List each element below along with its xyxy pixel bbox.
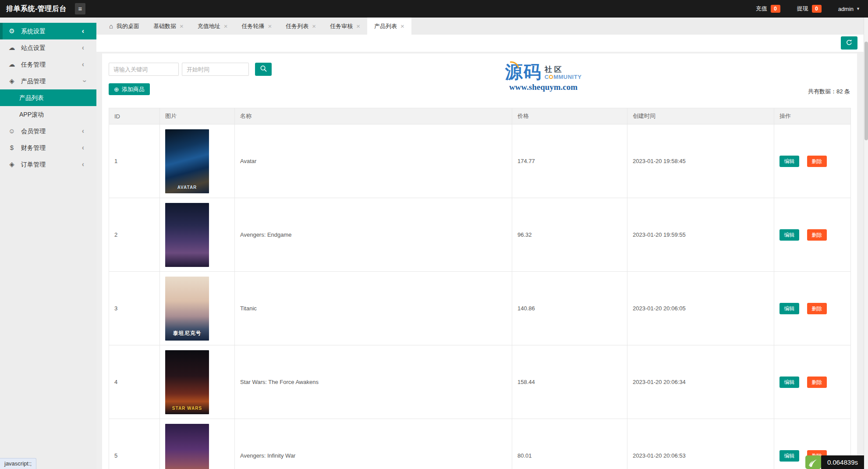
sidebar-item[interactable]: ☁ 站点设置 ‹ bbox=[0, 39, 96, 56]
delete-button[interactable]: 删除 bbox=[807, 156, 827, 167]
logo-cn-text: 源码 bbox=[505, 63, 542, 81]
cell-image: STAR WARS bbox=[160, 345, 235, 419]
tab-bar: ⌂ 我的桌面 × ⌂ 基础数据 × ⌂ 充值地址 × ⌂ 任务轮播 × ⌂ 任务… bbox=[96, 18, 868, 35]
search-icon bbox=[260, 65, 267, 74]
close-icon[interactable]: × bbox=[180, 22, 184, 30]
tab-label: 我的桌面 bbox=[117, 22, 139, 30]
tab-label: 基础数据 bbox=[153, 22, 176, 30]
product-poster: 泰坦尼克号 bbox=[165, 277, 209, 341]
sidebar-item[interactable]: 产品列表 bbox=[0, 89, 96, 106]
cell-name: Star Wars: The Force Awakens bbox=[235, 345, 512, 419]
table-row: 2 Avengers: Endgame 96.32 2023-01-20 19:… bbox=[109, 198, 851, 272]
table-row: 4 STAR WARS Star Wars: The Force Awakens… bbox=[109, 345, 851, 419]
tab[interactable]: ⌂ 任务审核 × bbox=[323, 18, 367, 35]
sidebar-item-icon: ◈ bbox=[7, 73, 17, 89]
cell-id: 3 bbox=[109, 272, 160, 345]
sidebar-item[interactable]: ◈ 产品管理 ‹ bbox=[0, 73, 96, 89]
delete-button[interactable]: 删除 bbox=[807, 377, 827, 388]
vertical-scrollbar[interactable] bbox=[864, 18, 868, 469]
tab[interactable]: ⌂ 基础数据 × bbox=[146, 18, 191, 35]
close-icon[interactable]: × bbox=[400, 22, 404, 30]
sidebar-item[interactable]: ☁ 任务管理 ‹ bbox=[0, 56, 96, 73]
edit-button[interactable]: 编辑 bbox=[779, 303, 799, 314]
search-button[interactable] bbox=[255, 63, 272, 76]
tab[interactable]: ⌂ 我的桌面 × bbox=[102, 18, 146, 35]
topbar-right: 充值 0 提现 0 admin ▼ bbox=[756, 0, 860, 18]
sidebar-item-icon: ☁ bbox=[7, 56, 17, 73]
tab-label: 充值地址 bbox=[198, 22, 220, 30]
hamburger-menu-icon[interactable]: ≡ bbox=[75, 3, 85, 14]
cell-actions: 编辑 删除 bbox=[774, 124, 851, 198]
logo-url: www.shequym.com bbox=[486, 82, 600, 92]
close-icon[interactable]: × bbox=[312, 22, 316, 30]
cell-actions: 编辑 删除 bbox=[774, 198, 851, 272]
cell-price: 140.86 bbox=[512, 272, 627, 345]
total-count-text: 共有数据：82 条 bbox=[808, 88, 850, 96]
add-product-label: 添加商品 bbox=[122, 85, 145, 93]
site-logo: 源码 社区 COMMUNITY www.shequym.com bbox=[486, 63, 600, 92]
recharge-link[interactable]: 充值 0 bbox=[756, 5, 780, 13]
sidebar-item[interactable]: ◈ 订单管理 ‹ bbox=[0, 156, 96, 173]
tab[interactable]: ⌂ 任务轮播 × bbox=[235, 18, 279, 35]
sidebar-item[interactable]: $ 财务管理 ‹ bbox=[0, 139, 96, 156]
link-status-tooltip: javascript:; bbox=[0, 458, 36, 469]
cell-name: Avengers: Infinity War bbox=[235, 419, 512, 469]
chevron-icon: ‹ bbox=[82, 56, 84, 73]
close-icon[interactable]: × bbox=[268, 22, 272, 30]
debug-trace-bar[interactable]: 0.064839s bbox=[805, 455, 864, 469]
col-header-price: 价格 bbox=[512, 108, 627, 124]
edit-button[interactable]: 编辑 bbox=[779, 377, 799, 388]
col-header-image: 图片 bbox=[160, 108, 235, 124]
tab[interactable]: ⌂ 任务列表 × bbox=[279, 18, 323, 35]
sidebar-item[interactable]: APP滚动 bbox=[0, 106, 96, 123]
logo-sub-text: 社区 bbox=[545, 66, 582, 74]
logo-community-text: COMMUNITY bbox=[545, 74, 582, 80]
sidebar-item-label: APP滚动 bbox=[0, 106, 96, 123]
cell-name: Titanic bbox=[235, 272, 512, 345]
sidebar-item[interactable]: ⚙ 系统设置 ‹ bbox=[0, 23, 96, 39]
close-icon[interactable]: × bbox=[356, 22, 360, 30]
cell-id: 1 bbox=[109, 124, 160, 198]
elapsed-time: 0.064839s bbox=[821, 455, 864, 469]
add-row: ⊕ 添加商品 bbox=[109, 83, 850, 95]
col-header-created: 创建时间 bbox=[627, 108, 774, 124]
user-dropdown[interactable]: admin ▼ bbox=[838, 6, 860, 12]
sidebar-item-label: 产品列表 bbox=[0, 89, 96, 106]
table-row: 3 泰坦尼克号 Titanic 140.86 2023-01-20 20:06:… bbox=[109, 272, 851, 345]
withdraw-label: 提现 bbox=[797, 5, 808, 13]
cell-name: Avatar bbox=[235, 124, 512, 198]
recharge-count-badge: 0 bbox=[771, 5, 780, 13]
table-row: 5 Avengers: Infinity War 80.01 2023-01-2… bbox=[109, 419, 851, 469]
start-time-input[interactable] bbox=[182, 63, 249, 76]
tab[interactable]: ⌂ 充值地址 × bbox=[191, 18, 235, 35]
refresh-button[interactable] bbox=[841, 36, 857, 50]
cell-image bbox=[160, 198, 235, 272]
edit-button[interactable]: 编辑 bbox=[779, 229, 799, 241]
cell-created: 2023-01-20 20:06:53 bbox=[627, 419, 774, 469]
tab[interactable]: ⌂ 产品列表 × bbox=[367, 18, 411, 35]
add-product-button[interactable]: ⊕ 添加商品 bbox=[109, 83, 150, 95]
cell-price: 158.44 bbox=[512, 345, 627, 419]
col-header-actions: 操作 bbox=[774, 108, 851, 124]
edit-button[interactable]: 编辑 bbox=[779, 156, 799, 167]
delete-button[interactable]: 删除 bbox=[807, 303, 827, 314]
product-list-panel: ⊕ 添加商品 源码 社区 COMMUNITY www.shequym.com 共… bbox=[102, 53, 857, 469]
delete-button[interactable]: 删除 bbox=[807, 229, 827, 241]
tab-label: 产品列表 bbox=[374, 22, 397, 30]
poster-label bbox=[165, 263, 209, 267]
keyword-input[interactable] bbox=[109, 63, 179, 76]
close-icon[interactable]: × bbox=[224, 22, 228, 30]
cell-id: 5 bbox=[109, 419, 160, 469]
withdraw-link[interactable]: 提现 0 bbox=[797, 5, 822, 13]
refresh-icon bbox=[845, 39, 853, 48]
cell-created: 2023-01-20 19:59:55 bbox=[627, 198, 774, 272]
table-row: 1 AVATAR Avatar 174.77 2023-01-20 19:58:… bbox=[109, 124, 851, 198]
edit-button[interactable]: 编辑 bbox=[779, 450, 799, 462]
top-header: 排单系统-管理后台 ≡ 充值 0 提现 0 admin ▼ bbox=[0, 0, 868, 18]
sidebar-item[interactable]: ☺ 会员管理 ‹ bbox=[0, 123, 96, 139]
sidebar-item-icon: $ bbox=[7, 139, 17, 156]
logo-letter: C bbox=[545, 74, 549, 80]
sidebar-item-icon: ☁ bbox=[7, 39, 17, 56]
cell-image: AVATAR bbox=[160, 124, 235, 198]
scrollbar-thumb[interactable] bbox=[864, 42, 868, 140]
